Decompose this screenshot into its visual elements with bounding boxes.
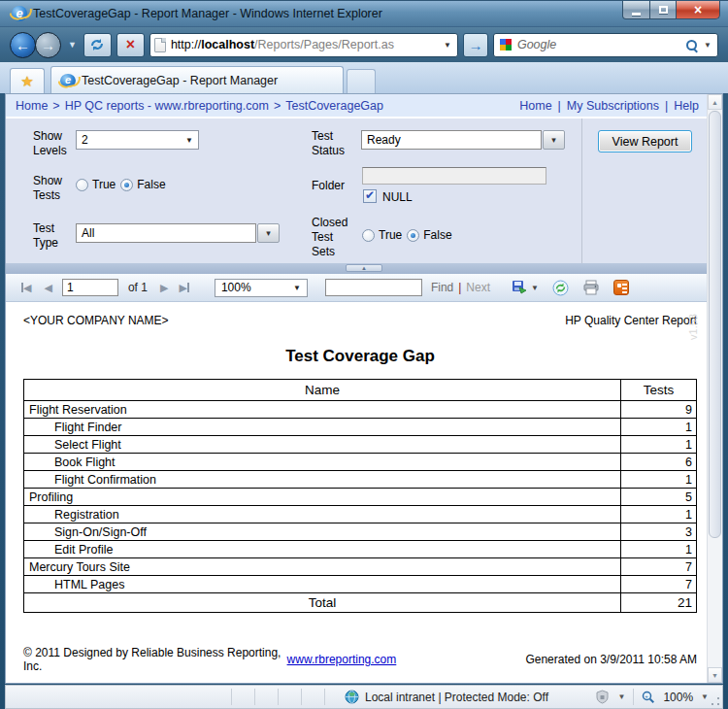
refresh-report-button[interactable]	[552, 280, 569, 296]
search-input[interactable]	[517, 38, 679, 51]
footer-link[interactable]: www.rbreporting.com	[287, 653, 482, 666]
table-row: Flight Confirmation 1	[24, 471, 697, 489]
chevron-down-icon[interactable]: ▾	[543, 130, 565, 150]
minimize-icon	[632, 13, 641, 16]
row-tests-cell: 1	[621, 471, 697, 489]
page-count-label: of 1	[128, 281, 148, 294]
zoom-value: 100%	[221, 281, 251, 294]
maximize-button[interactable]	[650, 1, 677, 19]
chevron-down-icon: ▼	[293, 284, 301, 292]
show-tests-true-radio[interactable]: True	[76, 178, 116, 191]
view-report-button[interactable]: View Report	[598, 130, 692, 152]
export-button[interactable]: ▼	[512, 280, 539, 295]
refresh-button[interactable]	[83, 33, 112, 57]
last-page-button[interactable]: ▶	[179, 282, 188, 294]
next-page-icon: ▶	[160, 282, 168, 294]
previous-page-button[interactable]: ◀	[44, 282, 51, 294]
test-status-combo[interactable]: Ready ▾	[361, 130, 565, 150]
go-button[interactable]: →	[463, 33, 488, 57]
test-type-combo[interactable]: All ▾	[76, 223, 280, 243]
page-scrollbar[interactable]: ▲ ▼	[707, 94, 722, 683]
link-help[interactable]: Help	[674, 99, 699, 113]
printer-icon	[582, 280, 600, 295]
row-tests-cell: 1	[621, 506, 697, 523]
page-number-input[interactable]	[62, 279, 118, 296]
favorites-button[interactable]: ★	[10, 68, 45, 93]
chevron-down-icon[interactable]: ▼	[617, 692, 625, 701]
test-status-value[interactable]: Ready	[361, 130, 542, 150]
null-checkbox[interactable]: ✔	[363, 189, 377, 203]
link-my-subscriptions[interactable]: My Subscriptions	[567, 99, 659, 113]
report-viewer-toolbar: ◀ ◀ of 1 ▶ ▶ 100% ▼ Find | Next ▼	[6, 274, 722, 302]
table-row: Sign-On/Sign-Off 3	[24, 523, 697, 541]
column-header-tests: Tests	[621, 380, 697, 401]
chevron-down-icon[interactable]: ▼	[701, 692, 709, 701]
version-watermark: v1.53	[687, 314, 699, 340]
resize-grip[interactable]	[711, 696, 720, 706]
address-dropdown-icon[interactable]: ▼	[442, 41, 453, 50]
radio-icon	[120, 179, 133, 191]
close-button[interactable]: ×	[677, 1, 720, 19]
address-field[interactable]: http://localhost/Reports/Pages/Report.as…	[149, 33, 458, 57]
show-levels-dropdown[interactable]: 2 ▼	[76, 130, 199, 150]
security-zone: Local intranet | Protected Mode: Off	[345, 690, 548, 704]
collapse-arrow-icon: ▲	[361, 265, 367, 271]
url-text: http://localhost/Reports/Pages/Report.as	[171, 38, 437, 51]
breadcrumb-folder[interactable]: HP QC reports - www.rbreporting.com	[65, 99, 269, 113]
report-header: <YOUR COMPANY NAME> HP Quality Center Re…	[23, 314, 697, 327]
row-tests-cell: 3	[621, 523, 697, 541]
address-bar: ← → ▼ × http://localhost/Reports/Pages/R…	[0, 27, 728, 62]
minimize-button[interactable]	[622, 1, 650, 19]
find-link[interactable]: Find	[431, 281, 453, 294]
first-page-button[interactable]: ◀	[21, 282, 31, 294]
search-dropdown-icon[interactable]: ▼	[704, 41, 711, 50]
search-box[interactable]: ▼	[493, 33, 718, 57]
protected-mode-shield-icon	[595, 690, 610, 704]
folder-label: Folder	[312, 179, 345, 193]
star-icon: ★	[20, 73, 33, 90]
chevron-down-icon: ▼	[531, 284, 539, 292]
scrollbar-thumb[interactable]	[709, 111, 721, 538]
export-data-feed-button[interactable]	[613, 280, 629, 295]
closed-test-sets-true-radio[interactable]: True	[362, 228, 402, 242]
row-name-cell: Flight Finder	[24, 419, 621, 436]
row-tests-cell: 7	[621, 558, 697, 576]
forward-button[interactable]: →	[35, 32, 61, 58]
table-row: HTML Pages 7	[24, 576, 697, 593]
scroll-down-button[interactable]: ▼	[708, 667, 722, 683]
show-tests-radio-group: True False	[76, 178, 166, 191]
row-name-cell: Sign-On/Sign-Off	[24, 523, 621, 541]
table-row: Mercury Tours Site 7	[24, 558, 697, 576]
parameters-splitter[interactable]: ▲	[6, 263, 722, 274]
total-value: 21	[621, 593, 697, 613]
chevron-down-icon: ▼	[185, 136, 193, 145]
stop-button[interactable]: ×	[116, 33, 145, 57]
closed-test-sets-false-radio[interactable]: False	[407, 228, 451, 242]
breadcrumb-report[interactable]: TestCoverageGap	[285, 99, 383, 113]
next-page-button[interactable]: ▶	[160, 282, 168, 294]
collapse-handle[interactable]: ▲	[346, 264, 382, 272]
tab-active[interactable]: e TestCoverageGap - Report Manager	[50, 66, 344, 93]
back-button[interactable]: ←	[10, 32, 36, 58]
total-row: Total 21	[24, 593, 697, 613]
first-page-icon: ◀	[23, 282, 31, 294]
search-icon[interactable]	[685, 39, 698, 51]
show-tests-false-radio[interactable]: False	[120, 178, 165, 191]
chevron-down-icon[interactable]: ▾	[257, 223, 280, 243]
new-tab-button[interactable]	[347, 69, 376, 93]
scroll-up-button[interactable]: ▲	[708, 94, 722, 110]
table-row: Flight Finder 1	[24, 419, 697, 436]
find-text-input[interactable]	[325, 279, 422, 296]
close-icon: ×	[694, 2, 702, 17]
globe-icon	[345, 690, 359, 704]
link-home[interactable]: Home	[519, 99, 551, 113]
zoom-magnifier-icon: +	[642, 691, 655, 704]
recent-pages-chevron-icon[interactable]: ▼	[68, 40, 77, 50]
row-tests-cell: 1	[621, 541, 697, 558]
find-next-link[interactable]: Next	[466, 281, 490, 294]
row-tests-cell: 5	[621, 489, 697, 506]
zoom-dropdown[interactable]: 100% ▼	[215, 279, 308, 297]
print-button[interactable]	[582, 280, 600, 295]
breadcrumb-home[interactable]: Home	[16, 99, 48, 113]
test-type-value[interactable]: All	[76, 223, 256, 243]
